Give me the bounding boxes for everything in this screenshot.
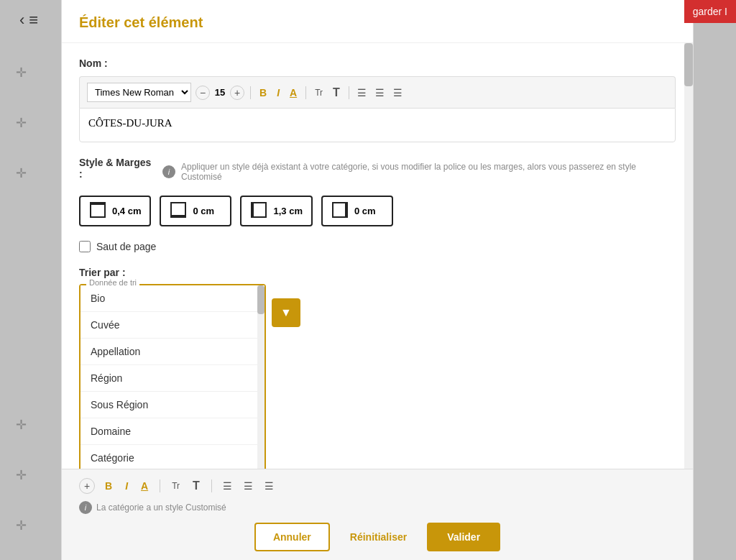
toolbar-separator-3 bbox=[349, 86, 349, 99]
annuler-button[interactable]: Annuler bbox=[254, 523, 330, 551]
dropdown-select-area[interactable]: Donnée de tri Bio Cuvée Appellation Régi… bbox=[79, 284, 266, 472]
left-navigation: ‹ ≡ ✛ ✛ ✛ ✛ ✛ ✛ bbox=[0, 0, 58, 560]
modal-header: Éditer cet élément bbox=[62, 0, 693, 43]
style-marges-section: Style & Marges : i Appliquer un style dé… bbox=[79, 157, 676, 226]
menu-icon-button[interactable]: ≡ bbox=[29, 11, 38, 29]
t-button[interactable]: T bbox=[330, 85, 343, 101]
top-right-button[interactable]: garder I bbox=[684, 0, 736, 23]
font-family-select[interactable]: Times New Roman bbox=[87, 83, 191, 102]
tr-button-2[interactable]: Tr bbox=[169, 479, 183, 492]
move-icon-4: ✛ bbox=[16, 417, 27, 433]
reinitialiser-button[interactable]: Réinitialiser bbox=[339, 523, 418, 551]
font-size-decrease[interactable]: − bbox=[196, 86, 210, 100]
dropdown-item-domaine[interactable]: Domaine bbox=[80, 418, 264, 445]
move-icon-3: ✛ bbox=[16, 165, 27, 181]
toolbar-separator-5 bbox=[211, 479, 212, 492]
dropdown-item-region[interactable]: Région bbox=[80, 365, 264, 392]
margin-top: 0,4 cm bbox=[79, 196, 151, 226]
font-toolbar: Times New Roman − 15 + B I A Tr T ☰ ☰ ☰ bbox=[79, 76, 676, 108]
align-center-button-2[interactable]: ☰ bbox=[242, 479, 255, 493]
nom-label: Nom : bbox=[79, 58, 676, 69]
margin-left: 1,3 cm bbox=[240, 196, 312, 226]
dropdown-scrollbar[interactable] bbox=[257, 285, 264, 471]
valider-button[interactable]: Valider bbox=[427, 523, 500, 551]
bottom-info-row: i La catégorie a un style Customisé bbox=[79, 501, 676, 514]
margin-left-value: 1,3 cm bbox=[273, 206, 302, 216]
margin-right-value: 0 cm bbox=[354, 206, 376, 216]
dropdown-container: Donnée de tri Bio Cuvée Appellation Régi… bbox=[79, 284, 676, 472]
align-center-button[interactable]: ☰ bbox=[373, 86, 387, 100]
add-button[interactable]: + bbox=[79, 478, 95, 494]
bottom-toolbar: + B I A Tr T ☰ ☰ ☰ bbox=[79, 478, 676, 494]
dropdown-float-label: Donnée de tri bbox=[86, 278, 139, 287]
toolbar-separator-4 bbox=[160, 479, 160, 492]
info-icon-2: i bbox=[79, 501, 92, 514]
dropdown-arrow-button[interactable]: ▼ bbox=[272, 298, 300, 327]
move-icon-2: ✛ bbox=[16, 115, 27, 131]
page-break-checkbox[interactable] bbox=[79, 241, 91, 252]
italic-button-2[interactable]: I bbox=[122, 479, 131, 493]
toolbar-separator-1 bbox=[250, 86, 251, 99]
align-right-button-2[interactable]: ☰ bbox=[262, 479, 276, 493]
page-break-row: Saut de page bbox=[79, 241, 676, 252]
margin-top-icon bbox=[89, 201, 106, 221]
bottom-section: + B I A Tr T ☰ ☰ ☰ i La catégorie a un s… bbox=[62, 469, 693, 560]
font-size-value: 15 bbox=[213, 87, 227, 98]
modal-body: Nom : Times New Roman − 15 + B I A Tr T bbox=[62, 43, 693, 560]
margin-bottom: 0 cm bbox=[160, 196, 231, 226]
italic-button[interactable]: I bbox=[274, 86, 282, 100]
back-arrow-button[interactable]: ‹ bbox=[19, 11, 24, 29]
action-buttons: Annuler Réinitialiser Valider bbox=[79, 523, 676, 551]
scrollbar-thumb[interactable] bbox=[684, 43, 693, 86]
dropdown-item-sous-region[interactable]: Sous Région bbox=[80, 392, 264, 418]
style-hint: Appliquer un style déjà existant à votre… bbox=[181, 162, 676, 182]
modal-panel: Éditer cet élément Nom : Times New Roman… bbox=[61, 0, 694, 560]
page-break-label: Saut de page bbox=[96, 241, 156, 252]
move-icon-1: ✛ bbox=[16, 65, 27, 81]
bold-button-2[interactable]: B bbox=[102, 479, 115, 493]
font-size-increase[interactable]: + bbox=[230, 86, 244, 100]
align-left-button-2[interactable]: ☰ bbox=[221, 479, 234, 493]
dropdown-list: Bio Cuvée Appellation Région Sous Région… bbox=[80, 285, 264, 471]
modal-title: Éditer cet élément bbox=[79, 14, 203, 30]
align-right-button[interactable]: ☰ bbox=[391, 86, 405, 100]
move-icon-6: ✛ bbox=[16, 518, 27, 533]
bold-button[interactable]: B bbox=[257, 86, 270, 100]
dropdown-item-categorie[interactable]: Catégorie bbox=[80, 445, 264, 471]
tr-button[interactable]: Tr bbox=[312, 86, 326, 99]
trier-par-label: Trier par : bbox=[79, 267, 676, 278]
t-button-2[interactable]: T bbox=[190, 478, 203, 494]
margin-bottom-value: 0 cm bbox=[193, 206, 214, 216]
dropdown-item-appellation[interactable]: Appellation bbox=[80, 339, 264, 365]
margins-row: 0,4 cm 0 cm bbox=[79, 196, 676, 226]
trier-par-section: Trier par : Donnée de tri Bio Cuvée Appe… bbox=[79, 267, 676, 472]
margin-top-value: 0,4 cm bbox=[112, 206, 141, 216]
margin-left-icon bbox=[250, 201, 267, 221]
margin-right: 0 cm bbox=[321, 196, 393, 226]
dropdown-item-bio[interactable]: Bio bbox=[80, 285, 264, 312]
style-marges-label: Style & Marges : bbox=[79, 157, 157, 180]
underline-button[interactable]: A bbox=[287, 86, 300, 100]
dropdown-item-cuvee[interactable]: Cuvée bbox=[80, 312, 264, 339]
margin-bottom-icon bbox=[170, 201, 187, 221]
underline-button-2[interactable]: A bbox=[138, 479, 151, 493]
move-icon-5: ✛ bbox=[16, 467, 27, 483]
info-icon: i bbox=[162, 165, 175, 178]
toolbar-separator-2 bbox=[305, 86, 306, 99]
chevron-down-icon: ▼ bbox=[280, 306, 292, 319]
margin-right-icon bbox=[331, 201, 349, 221]
dropdown-scrollbar-thumb[interactable] bbox=[257, 285, 264, 314]
customise-text: La catégorie a un style Customisé bbox=[96, 502, 226, 513]
align-left-button[interactable]: ☰ bbox=[355, 86, 369, 100]
text-input[interactable]: CÔTES-DU-JURA bbox=[79, 108, 676, 142]
